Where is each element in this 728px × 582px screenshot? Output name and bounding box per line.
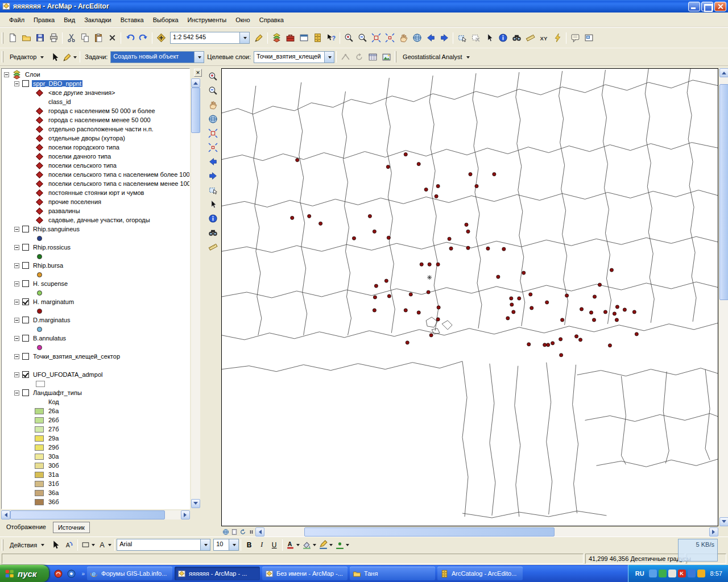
next-extent-tool[interactable]: [206, 169, 220, 182]
font-color-button[interactable]: [284, 538, 301, 552]
menu-item-9[interactable]: Справка: [255, 14, 288, 26]
layer-label[interactable]: H. scupense: [32, 280, 69, 287]
bold-button[interactable]: B: [243, 539, 255, 551]
layer-checkbox[interactable]: [22, 317, 29, 323]
toolbar-grip[interactable]: [2, 539, 3, 551]
identify-button[interactable]: [496, 31, 510, 45]
layer-checkbox[interactable]: [22, 262, 29, 269]
taskbar-window-3[interactable]: Без имени - ArcMap -...: [262, 567, 348, 580]
minimize-button[interactable]: [688, 2, 700, 11]
menu-item-7[interactable]: Инструменты: [183, 14, 231, 26]
toc-tab-1[interactable]: Отображение: [2, 522, 51, 532]
arccatalog-button[interactable]: [311, 31, 324, 45]
layer-checkbox[interactable]: [22, 244, 29, 251]
map-scroll-right-button[interactable]: [709, 527, 718, 537]
open-map-button[interactable]: [19, 31, 33, 45]
layer-label[interactable]: Rhip.rossicus: [32, 244, 72, 251]
scrollbar-thumb[interactable]: [719, 84, 728, 300]
fixed-zoom-in-tool[interactable]: [206, 126, 220, 140]
scale-dropdown-button[interactable]: [239, 32, 249, 43]
toc-close-button[interactable]: ✕: [194, 69, 202, 77]
layer-label[interactable]: D.marginatus: [32, 317, 71, 323]
expand-box[interactable]: [14, 354, 19, 359]
map-scroll-left-button[interactable]: [255, 527, 264, 537]
toc-vertical-scrollbar[interactable]: [191, 78, 200, 508]
italic-button[interactable]: I: [255, 539, 268, 551]
target-layer-combo[interactable]: Точки_взятия_клещей: [254, 51, 334, 63]
sketch-tool-button[interactable]: [61, 50, 78, 64]
measure-tool[interactable]: [206, 240, 220, 253]
overview-window-button[interactable]: [582, 31, 595, 45]
fixed-zoom-out-button[interactable]: [383, 31, 396, 45]
pan-button[interactable]: [396, 31, 410, 45]
new-map-button[interactable]: [6, 31, 19, 45]
expand-box[interactable]: [14, 81, 19, 86]
line-color-button[interactable]: [317, 538, 334, 552]
layer-checkbox[interactable]: [22, 280, 29, 287]
task-combo[interactable]: Создать новый объект: [110, 51, 204, 63]
scale-combo[interactable]: 1:2 542 545: [170, 32, 250, 44]
close-button[interactable]: [714, 2, 726, 11]
layer-checkbox[interactable]: [22, 371, 29, 378]
full-extent-button[interactable]: [410, 31, 424, 45]
layer-checkbox[interactable]: [22, 80, 29, 87]
goto-xy-button[interactable]: [537, 31, 551, 45]
paste-button[interactable]: [92, 31, 105, 45]
language-indicator[interactable]: RU: [633, 569, 647, 577]
toolbar-grip[interactable]: [395, 51, 396, 63]
layer-label[interactable]: Точки_взятия_клещей_сектор: [32, 353, 121, 360]
taskbar-window-4[interactable]: Таня: [350, 567, 435, 580]
tray-icon-3[interactable]: [668, 569, 676, 577]
expand-box[interactable]: [14, 227, 19, 232]
maximize-button[interactable]: [701, 2, 713, 11]
add-data-button[interactable]: [154, 31, 168, 45]
editor-menu-button[interactable]: Редактор: [6, 52, 48, 62]
layer-label[interactable]: H. marginatum: [32, 298, 75, 305]
menu-item-8[interactable]: Окно: [231, 14, 255, 26]
font-combo[interactable]: Arial: [117, 539, 210, 551]
menu-item-4[interactable]: Закладки: [80, 14, 116, 26]
zoom-out-button[interactable]: [355, 31, 369, 45]
taskbar-window-1[interactable]: Форумы GIS-Lab.info...: [87, 567, 172, 580]
shape-tool-button[interactable]: [80, 538, 96, 552]
edit-tool-button[interactable]: [48, 50, 61, 64]
rotate-text-button[interactable]: [62, 538, 76, 552]
refresh-view-button[interactable]: [238, 528, 247, 537]
identify-tool[interactable]: [206, 211, 220, 225]
select-features-tool[interactable]: [206, 183, 220, 197]
menu-item-5[interactable]: Вставка: [116, 14, 148, 26]
sketch-properties-button[interactable]: [379, 50, 393, 64]
fixed-zoom-in-button[interactable]: [369, 31, 383, 45]
task-dropdown-button[interactable]: [194, 52, 204, 63]
taskbar-window-5[interactable]: ArcCatalog - ArcEdito...: [437, 567, 523, 580]
layer-checkbox[interactable]: [22, 298, 29, 305]
editor-toolbar-button[interactable]: [252, 31, 266, 45]
text-tool-button[interactable]: [96, 538, 113, 552]
layout-view-button[interactable]: [230, 528, 238, 537]
clear-selection-button[interactable]: [469, 31, 482, 45]
tray-icon-5[interactable]: [688, 569, 696, 577]
find-button[interactable]: [510, 31, 523, 45]
quick-launch-2[interactable]: [65, 568, 77, 579]
start-button[interactable]: пуск: [0, 565, 49, 582]
zoom-in-tool[interactable]: [206, 69, 220, 83]
cut-button[interactable]: [64, 31, 78, 45]
arctoolbox-button[interactable]: [283, 31, 297, 45]
full-extent-tool[interactable]: [206, 112, 220, 126]
menu-item-6[interactable]: Выборка: [148, 14, 183, 26]
toc-horizontal-scrollbar[interactable]: [1, 510, 190, 519]
layer-label[interactable]: UFO_UFODATA_admpol: [32, 371, 104, 378]
layer-label[interactable]: Rhip.sanguineus: [32, 226, 81, 232]
layer-label[interactable]: sppr_DBO_nppnt: [32, 80, 82, 87]
map-window-button[interactable]: [297, 31, 311, 45]
data-view-button[interactable]: [221, 528, 230, 537]
quick-launch-overflow[interactable]: »: [80, 571, 86, 577]
find-tool[interactable]: [206, 226, 220, 239]
menu-item-1[interactable]: Файл: [5, 14, 29, 26]
copy-button[interactable]: [78, 31, 92, 45]
expand-box[interactable]: [14, 245, 19, 250]
previous-extent-tool[interactable]: [206, 155, 220, 168]
expand-box[interactable]: [4, 72, 9, 77]
quick-launch-1[interactable]: [52, 568, 64, 579]
expand-box[interactable]: [14, 263, 19, 268]
